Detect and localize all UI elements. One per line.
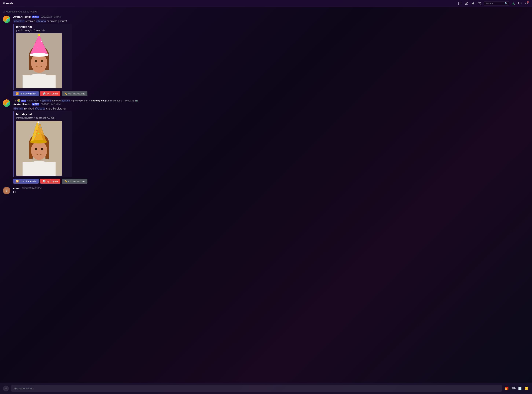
embed-image-2 [16, 121, 62, 176]
action-buttons-1: 🔀 remix the remix 🎲 try it again ✏️ edit… [13, 91, 529, 96]
members-icon[interactable] [477, 1, 482, 6]
try-again-label-2: try it again [47, 180, 58, 182]
gif-icon[interactable]: GIF [511, 386, 516, 391]
svg-point-19 [37, 47, 38, 48]
svg-rect-2 [519, 2, 521, 4]
svg-point-40 [30, 140, 47, 143]
add-attachment-button[interactable]: + [3, 386, 9, 391]
try-again-label-1: try it again [47, 92, 58, 95]
reply-curved-icon [13, 99, 16, 102]
edit-label-2: edit instructions [68, 180, 85, 182]
avatar-2: 🌈 [3, 99, 10, 107]
svg-point-20 [40, 39, 40, 40]
reply-image-icon: 📷 [135, 99, 138, 102]
portrait-svg-1 [16, 33, 62, 88]
notice-text: ⚠ Message could not be loaded. [3, 10, 529, 13]
message-input[interactable] [11, 385, 502, 392]
elana-message-text: lol [13, 190, 529, 194]
emoji-icon[interactable]: 😊 [524, 386, 529, 391]
svg-point-39 [35, 136, 36, 137]
mention-elana-3: @elana [35, 107, 45, 110]
titlebar-actions: 🔍 1 [457, 1, 529, 6]
reply-bot-badge: BOT [21, 99, 27, 102]
timestamp-2: 02/27/2023 4:39 PM [41, 103, 61, 106]
remix-emoji-1: 🔀 [16, 92, 19, 95]
titlebar: # remix 🔍 1 [0, 0, 532, 7]
notice-icon: ⚠ [3, 10, 5, 13]
reply-username: Avatar Remix [27, 99, 41, 102]
try-again-emoji-2: 🎲 [43, 180, 46, 182]
message-body-2: @elana remixed @elana 's profile picture… [13, 107, 529, 110]
download-icon[interactable] [511, 1, 516, 6]
gift-icon[interactable]: 🎁 [504, 386, 509, 391]
svg-point-21 [30, 53, 49, 57]
svg-point-38 [41, 131, 42, 132]
message-input-bar: + 🎁 GIF 🗒️ 😊 [0, 383, 532, 394]
remix-emoji-2: 🔀 [16, 180, 19, 182]
svg-rect-7 [23, 75, 56, 88]
reply-mention: @Nick B [41, 99, 51, 102]
bot-avatar-img: 🌈 [3, 16, 10, 23]
threads-icon[interactable] [457, 1, 462, 6]
search-bar[interactable]: 🔍 [484, 1, 509, 5]
sticker-icon[interactable]: 🗒️ [517, 386, 522, 391]
bot-avatar-img-2: 🌈 [3, 99, 10, 107]
user-message-header: elana 02/27/2023 4:39 PM [13, 187, 529, 190]
search-icon: 🔍 [505, 2, 508, 5]
svg-point-31 [35, 148, 37, 150]
input-actions: 🎁 GIF 🗒️ 😊 [504, 386, 529, 391]
message-list: ⚠ Message could not be loaded. 🌈 Avatar … [0, 7, 532, 383]
message-body: @Nick B remixed @elana 's profile pictur… [13, 19, 529, 23]
elana-timestamp: 02/27/2023 4:39 PM [22, 187, 41, 189]
notice-message: ⚠ Message could not be loaded. [0, 10, 532, 14]
user-message: e elana 02/27/2023 4:39 PM lol [0, 186, 532, 195]
svg-point-36 [40, 127, 41, 128]
svg-point-14 [35, 60, 37, 62]
embed-subtitle: (remix strength: 7, seed: 0) [16, 29, 70, 32]
svg-point-18 [41, 41, 42, 42]
message-header-2: Avatar Remix BOT 02/27/2023 4:39 PM [13, 103, 529, 106]
embed-image-1 [16, 33, 62, 88]
reply-reference: 🌈 BOT Avatar Remix @Nick B remixed @elan… [13, 99, 529, 102]
remix-label-2: remix the remix [20, 180, 36, 182]
svg-point-30 [31, 141, 47, 160]
remix-btn-2[interactable]: 🔀 remix the remix [13, 179, 39, 184]
avatar: 🌈 [3, 16, 10, 23]
remix-btn-1[interactable]: 🔀 remix the remix [13, 91, 39, 96]
svg-point-41 [37, 121, 39, 123]
embed-title: birthday hat [16, 25, 70, 28]
bot-badge-2: BOT [32, 103, 39, 105]
portrait-svg-2 [16, 121, 62, 176]
edit-btn-2[interactable]: ✏️ edit instructions [62, 179, 87, 184]
embed-1: birthday hat (remix strength: 7, seed: 0… [13, 24, 72, 90]
timestamp: 02/27/2023 4:38 PM [41, 16, 61, 18]
svg-point-35 [36, 130, 37, 131]
search-input[interactable] [485, 2, 503, 5]
message-header: Avatar Remix BOT 02/27/2023 4:38 PM [13, 15, 529, 18]
try-again-btn-2[interactable]: 🎲 try it again [40, 179, 60, 184]
action-buttons-2: 🔀 remix the remix 🎲 try it again ✏️ edit… [13, 179, 529, 184]
hash-icon: # [3, 1, 5, 5]
embed-2: birthday hat (remix strength: 7, seed: 8… [13, 111, 72, 177]
svg-point-22 [38, 34, 40, 36]
try-again-btn-1[interactable]: 🎲 try it again [40, 91, 60, 96]
mention-elana: @elana [36, 20, 46, 23]
window-icon[interactable] [517, 1, 522, 6]
svg-point-32 [41, 148, 43, 150]
edit-label-1: edit instructions [68, 92, 85, 95]
elana-avatar: e [3, 187, 10, 194]
notification-icon[interactable]: 1 [524, 1, 529, 6]
edit-emoji-2: ✏️ [64, 180, 67, 182]
embed-subtitle-2: (remix strength: 7, seed: 845797465) [16, 116, 70, 119]
edit-emoji-1: ✏️ [64, 92, 67, 95]
pin-icon[interactable] [471, 1, 476, 6]
svg-point-15 [41, 60, 43, 62]
svg-point-17 [34, 44, 35, 45]
edit-icon[interactable] [464, 1, 469, 6]
channel-title: remix [6, 2, 13, 5]
remix-label-1: remix the remix [20, 92, 36, 95]
bot-username-2: Avatar Remix [13, 103, 31, 106]
reply-avatar: 🌈 [17, 99, 20, 102]
edit-btn-1[interactable]: ✏️ edit instructions [62, 91, 87, 96]
svg-point-37 [38, 133, 39, 134]
